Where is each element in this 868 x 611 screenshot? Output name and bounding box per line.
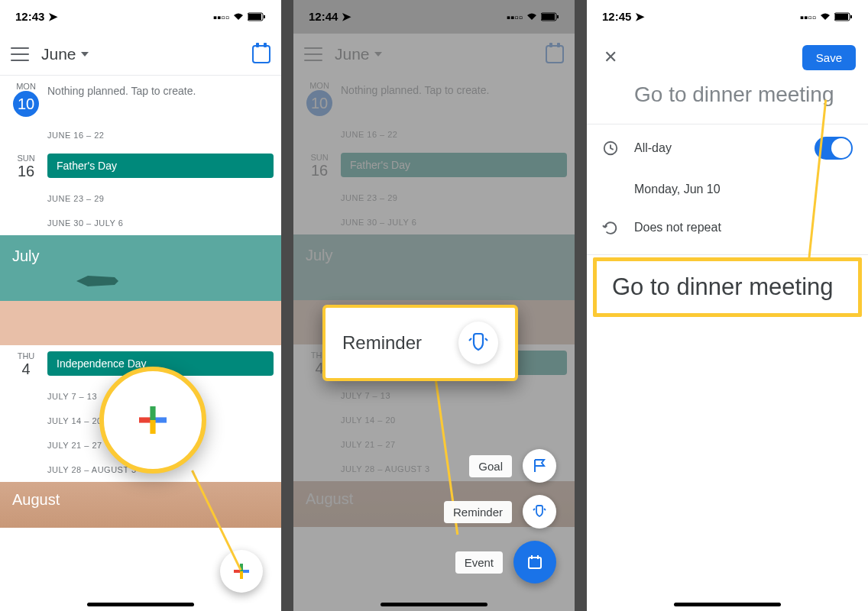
month-selector[interactable]: June: [41, 45, 240, 63]
svg-rect-10: [835, 14, 848, 20]
week-header: JUNE 30 – JULY 6: [0, 211, 281, 235]
phone-panel-3: 12:45 ➤ ▪▪▫▫ ✕ Save Go to dinner meeting…: [587, 0, 868, 611]
callout-label: Reminder: [342, 332, 422, 354]
event-icon: [513, 541, 556, 584]
reminder-header: ✕ Save: [587, 34, 868, 81]
menu-button[interactable]: [11, 47, 29, 61]
svg-rect-7: [531, 555, 533, 559]
fab-goal-label: Goal: [469, 455, 512, 477]
month-banner-july: July: [0, 235, 281, 345]
day-dow: MON: [8, 82, 44, 91]
month-banner-august: August: [0, 482, 281, 528]
reminder-icon: [523, 495, 556, 529]
svg-rect-6: [529, 558, 541, 568]
fab-item-event[interactable]: Event: [444, 541, 556, 584]
today-icon[interactable]: [252, 45, 270, 63]
phone-panel-2: 12:44 ➤ ▪▪▫▫ June MON10Nothing planned. …: [293, 0, 575, 611]
status-bar: 12:45 ➤ ▪▪▫▫: [587, 0, 868, 34]
svg-rect-8: [537, 555, 539, 559]
repeat-label: Does not repeat: [634, 221, 853, 234]
day-dow: THU: [8, 351, 44, 360]
fab-event-label: Event: [455, 551, 503, 574]
battery-icon: [248, 12, 266, 21]
goal-icon: [523, 449, 556, 483]
phone-panel-1: 12:43 ➤ ▪▪▫▫ June MON10 Nothing planned.…: [0, 0, 281, 611]
reminder-icon: [458, 322, 498, 364]
status-icons: ▪▪▫▫: [213, 11, 266, 24]
svg-rect-2: [264, 15, 265, 18]
week-header: JUNE 16 – 22: [0, 123, 281, 147]
day-row[interactable]: SUN16 Father's Day: [0, 147, 281, 186]
svg-rect-1: [248, 14, 261, 20]
clock-icon: [602, 140, 619, 157]
location-icon: ➤: [635, 10, 645, 23]
status-time: 12:45: [602, 10, 631, 23]
repeat-icon: [602, 219, 619, 236]
svg-rect-11: [850, 15, 852, 18]
plus-icon: [234, 564, 249, 579]
week-header: JUNE 23 – 29: [0, 186, 281, 211]
date-row[interactable]: Monday, Jun 10: [587, 172, 868, 207]
fab-item-goal[interactable]: Goal: [444, 449, 556, 483]
fab-menu: Goal Reminder Event: [444, 449, 556, 596]
status-time: 12:43: [15, 10, 44, 23]
calendar-header: June: [0, 34, 281, 75]
save-button[interactable]: Save: [802, 45, 856, 70]
event-pill[interactable]: Father's Day: [47, 154, 274, 178]
empty-day-text[interactable]: Nothing planned. Tap to create.: [47, 82, 274, 100]
callout-circle: [99, 367, 206, 474]
status-icons: ▪▪▫▫: [800, 11, 853, 24]
day-num: 16: [8, 163, 44, 180]
allday-label: All-day: [634, 141, 799, 155]
fab-item-reminder[interactable]: Reminder: [444, 495, 556, 529]
location-icon: ➤: [48, 10, 58, 23]
day-num: 4: [8, 360, 44, 378]
callout-title: Go to dinner meeting: [593, 257, 862, 317]
day-dow: SUN: [8, 154, 44, 163]
plus-icon: [139, 406, 167, 434]
day-row-today[interactable]: MON10 Nothing planned. Tap to create.: [0, 76, 281, 123]
home-indicator[interactable]: [381, 603, 487, 606]
month-banner-label: August: [12, 491, 60, 508]
fab-reminder-label: Reminder: [444, 501, 512, 523]
callout-reminder: Reminder: [322, 305, 518, 381]
status-bar: 12:43 ➤ ▪▪▫▫: [0, 0, 281, 34]
chevron-down-icon: [81, 52, 89, 57]
repeat-row[interactable]: Does not repeat: [587, 207, 868, 248]
fish-icon: [76, 273, 138, 289]
fab-add[interactable]: [220, 550, 263, 593]
wifi-icon: [232, 12, 245, 21]
close-button[interactable]: ✕: [599, 43, 622, 72]
month-label: June: [41, 45, 76, 63]
home-indicator[interactable]: [674, 603, 781, 606]
home-indicator[interactable]: [87, 603, 194, 606]
signal-icon: ▪▪▫▫: [213, 11, 229, 24]
allday-row[interactable]: All-day: [587, 124, 868, 172]
day-num: 10: [13, 91, 39, 117]
month-banner-label: July: [12, 247, 269, 265]
